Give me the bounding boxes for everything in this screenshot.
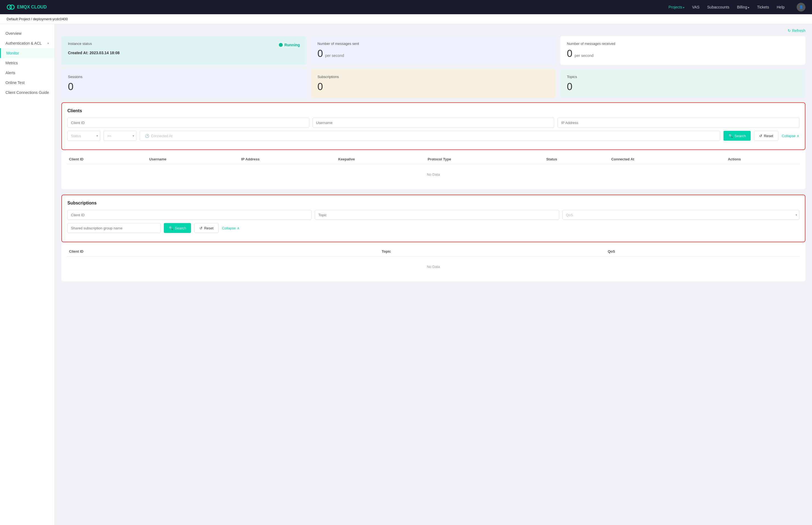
subs-collapse-icon: ∧ (237, 226, 240, 230)
clients-panel: Clients Status >= (61, 102, 806, 189)
subscriptions-value: 0 (318, 81, 550, 92)
breadcrumb-deployment[interactable]: deployment-ycdc0400 (33, 17, 68, 21)
svg-point-1 (10, 5, 14, 9)
clients-collapse-button[interactable]: Collapse ∧ (782, 134, 799, 138)
sidebar-item-online-test[interactable]: Online Test (0, 78, 55, 88)
clients-reset-icon: ↺ (759, 134, 762, 138)
subs-th-client-id: Client ID (67, 246, 379, 256)
logo-icon (6, 3, 15, 11)
clients-search-icon: 🔍 (728, 134, 733, 138)
breadcrumb-separator: / (31, 17, 32, 21)
shared-group-input[interactable] (68, 223, 161, 233)
layout: Overview Authentication & ACL Monitor Me… (0, 24, 812, 525)
subs-client-id-input[interactable] (68, 210, 311, 220)
ge-operator-select[interactable]: >= (104, 131, 136, 141)
clients-th-connected-at: Connected At (609, 154, 726, 164)
sidebar-label-alerts: Alerts (5, 71, 15, 75)
sidebar-label-overview: Overview (5, 31, 21, 35)
clients-no-data: No Data (67, 164, 800, 185)
clients-th-ip-address: IP Address (239, 154, 336, 164)
sidebar-item-alerts[interactable]: Alerts (0, 68, 55, 78)
nav-billing[interactable]: Billing (737, 5, 749, 9)
sidebar-label-connections-guide: Client Connections Guide (5, 90, 49, 95)
clients-search-label: Search (735, 134, 746, 138)
clients-reset-button[interactable]: ↺ Reset (754, 131, 778, 141)
clients-reset-label: Reset (764, 134, 773, 138)
avatar[interactable]: 👤 (797, 3, 806, 12)
created-at: Created At: 2023.03.14 18:08 (68, 51, 300, 55)
clients-th-actions: Actions (726, 154, 800, 164)
subscriptions-card: Subscriptions 0 (311, 69, 556, 98)
subscriptions-title: Subscriptions (68, 201, 799, 206)
subscriptions-table: Client ID Topic QoS No Data (67, 246, 800, 277)
instance-status-card: Instance status Running Created At: 2023… (61, 36, 307, 65)
messages-received-label: Number of messages received (567, 42, 799, 46)
clients-th-status: Status (544, 154, 609, 164)
collapse-up-icon: ∧ (797, 134, 799, 138)
messages-sent-unit: per second (325, 54, 344, 58)
clients-table: Client ID Username IP Address Keepalive … (67, 154, 800, 185)
nav-subaccounts[interactable]: Subaccounts (707, 5, 729, 9)
stats-row-1: Instance status Running Created At: 2023… (61, 36, 806, 65)
refresh-button[interactable]: ↻ Refresh (788, 29, 806, 33)
subscriptions-filter-row-1: QoS (68, 210, 799, 220)
clients-table-area: Client ID Username IP Address Keepalive … (61, 150, 806, 189)
subs-reset-button[interactable]: ↺ Reset (194, 223, 219, 233)
messages-received-card: Number of messages received 0 per second (560, 36, 806, 65)
instance-status-label: Instance status (68, 42, 92, 46)
nav-vas[interactable]: VAS (692, 5, 699, 9)
refresh-icon: ↻ (788, 29, 791, 33)
username-input[interactable] (313, 118, 554, 127)
clients-th-protocol-type: Protocol Type (425, 154, 544, 164)
status-select-wrapper: Status (68, 131, 100, 141)
connected-at-placeholder: Connected At (151, 134, 172, 138)
subs-reset-label: Reset (204, 226, 214, 230)
client-id-input[interactable] (68, 118, 309, 127)
nav-projects[interactable]: Projects (668, 5, 684, 9)
subs-search-button[interactable]: 🔍 Search (164, 223, 191, 233)
running-text: Running (284, 43, 300, 47)
messages-received-value: 0 (567, 48, 572, 59)
subs-reset-icon: ↺ (200, 226, 202, 230)
clients-search-button[interactable]: 🔍 Search (724, 131, 751, 141)
breadcrumb: Default Project / deployment-ycdc0400 (0, 14, 812, 24)
nav-tickets[interactable]: Tickets (757, 5, 769, 9)
sidebar-label-online-test: Online Test (5, 80, 25, 85)
status-select[interactable]: Status (68, 131, 100, 141)
clients-th-client-id: Client ID (67, 154, 147, 164)
status-dot (279, 43, 283, 47)
sidebar-item-auth[interactable]: Authentication & ACL (0, 38, 55, 48)
subs-th-qos: QoS (606, 246, 800, 256)
running-badge: Running (279, 43, 300, 47)
sessions-value: 0 (68, 81, 300, 92)
subs-no-data: No Data (67, 256, 800, 277)
topnav-links: Projects VAS Subaccounts Billing Tickets… (668, 3, 806, 12)
ip-address-input[interactable] (557, 118, 799, 127)
sidebar-item-metrics[interactable]: Metrics (0, 58, 55, 68)
clients-th-keepalive: Keepalive (336, 154, 425, 164)
clients-title: Clients (68, 108, 799, 113)
logo[interactable]: EMQX CLOUD (6, 3, 47, 11)
topics-card: Topics 0 (560, 69, 806, 98)
nav-help[interactable]: Help (777, 5, 785, 9)
subs-search-icon: 🔍 (169, 226, 173, 230)
qos-select[interactable]: QoS (562, 210, 799, 220)
sidebar-item-overview[interactable]: Overview (0, 29, 55, 38)
stats-row-2: Sessions 0 Subscriptions 0 Topics 0 (61, 69, 806, 98)
sidebar-item-connections-guide[interactable]: Client Connections Guide (0, 88, 55, 97)
sidebar-label-auth: Authentication & ACL (5, 41, 42, 45)
subscriptions-stat-label: Subscriptions (318, 75, 550, 79)
qos-select-wrapper: QoS (562, 210, 799, 220)
topics-label: Topics (567, 75, 799, 79)
messages-sent-value: 0 (318, 48, 323, 59)
sidebar-item-monitor[interactable]: Monitor (0, 48, 55, 58)
clients-collapse-label: Collapse (782, 134, 796, 138)
sessions-label: Sessions (68, 75, 300, 79)
messages-sent-label: Number of messages sent (318, 42, 550, 46)
subs-topic-input[interactable] (315, 210, 559, 220)
refresh-label: Refresh (792, 29, 806, 33)
main-header: ↻ Refresh (61, 29, 806, 33)
subs-collapse-button[interactable]: Collapse ∧ (222, 226, 240, 230)
connected-at-wrapper: 🕐 Connected At (140, 131, 720, 141)
breadcrumb-project[interactable]: Default Project (6, 17, 30, 21)
